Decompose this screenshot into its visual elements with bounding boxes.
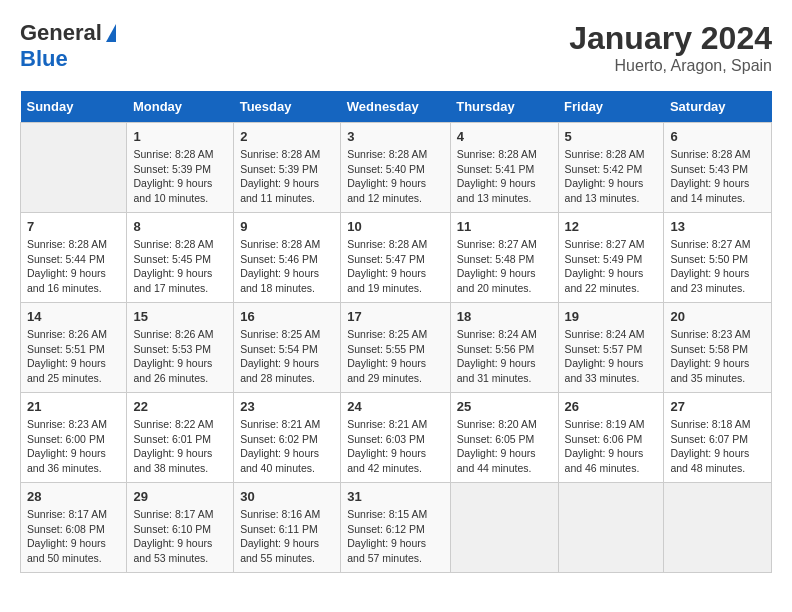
calendar-cell: 18Sunrise: 8:24 AM Sunset: 5:56 PM Dayli… bbox=[450, 303, 558, 393]
calendar-cell: 23Sunrise: 8:21 AM Sunset: 6:02 PM Dayli… bbox=[234, 393, 341, 483]
day-number: 13 bbox=[670, 219, 765, 234]
day-number: 26 bbox=[565, 399, 658, 414]
day-info: Sunrise: 8:16 AM Sunset: 6:11 PM Dayligh… bbox=[240, 507, 334, 566]
day-info: Sunrise: 8:21 AM Sunset: 6:02 PM Dayligh… bbox=[240, 417, 334, 476]
logo-general-text: General bbox=[20, 20, 102, 46]
calendar-cell: 14Sunrise: 8:26 AM Sunset: 5:51 PM Dayli… bbox=[21, 303, 127, 393]
day-info: Sunrise: 8:28 AM Sunset: 5:39 PM Dayligh… bbox=[133, 147, 227, 206]
day-number: 8 bbox=[133, 219, 227, 234]
calendar-cell: 10Sunrise: 8:28 AM Sunset: 5:47 PM Dayli… bbox=[341, 213, 450, 303]
day-info: Sunrise: 8:24 AM Sunset: 5:57 PM Dayligh… bbox=[565, 327, 658, 386]
calendar-cell: 15Sunrise: 8:26 AM Sunset: 5:53 PM Dayli… bbox=[127, 303, 234, 393]
weekday-header-wednesday: Wednesday bbox=[341, 91, 450, 123]
calendar-cell: 30Sunrise: 8:16 AM Sunset: 6:11 PM Dayli… bbox=[234, 483, 341, 573]
weekday-header-sunday: Sunday bbox=[21, 91, 127, 123]
calendar-title: January 2024 bbox=[569, 20, 772, 57]
day-number: 14 bbox=[27, 309, 120, 324]
calendar-subtitle: Huerto, Aragon, Spain bbox=[569, 57, 772, 75]
weekday-header-saturday: Saturday bbox=[664, 91, 772, 123]
calendar-cell: 21Sunrise: 8:23 AM Sunset: 6:00 PM Dayli… bbox=[21, 393, 127, 483]
day-info: Sunrise: 8:25 AM Sunset: 5:55 PM Dayligh… bbox=[347, 327, 443, 386]
day-number: 18 bbox=[457, 309, 552, 324]
calendar-cell: 24Sunrise: 8:21 AM Sunset: 6:03 PM Dayli… bbox=[341, 393, 450, 483]
calendar-cell: 16Sunrise: 8:25 AM Sunset: 5:54 PM Dayli… bbox=[234, 303, 341, 393]
day-info: Sunrise: 8:17 AM Sunset: 6:10 PM Dayligh… bbox=[133, 507, 227, 566]
day-info: Sunrise: 8:25 AM Sunset: 5:54 PM Dayligh… bbox=[240, 327, 334, 386]
calendar-cell bbox=[21, 123, 127, 213]
calendar-cell: 25Sunrise: 8:20 AM Sunset: 6:05 PM Dayli… bbox=[450, 393, 558, 483]
calendar-week-row: 1Sunrise: 8:28 AM Sunset: 5:39 PM Daylig… bbox=[21, 123, 772, 213]
calendar-cell: 22Sunrise: 8:22 AM Sunset: 6:01 PM Dayli… bbox=[127, 393, 234, 483]
calendar-cell: 8Sunrise: 8:28 AM Sunset: 5:45 PM Daylig… bbox=[127, 213, 234, 303]
day-number: 2 bbox=[240, 129, 334, 144]
day-number: 16 bbox=[240, 309, 334, 324]
day-info: Sunrise: 8:28 AM Sunset: 5:45 PM Dayligh… bbox=[133, 237, 227, 296]
day-number: 3 bbox=[347, 129, 443, 144]
calendar-cell: 29Sunrise: 8:17 AM Sunset: 6:10 PM Dayli… bbox=[127, 483, 234, 573]
day-info: Sunrise: 8:28 AM Sunset: 5:46 PM Dayligh… bbox=[240, 237, 334, 296]
day-info: Sunrise: 8:18 AM Sunset: 6:07 PM Dayligh… bbox=[670, 417, 765, 476]
calendar-table: SundayMondayTuesdayWednesdayThursdayFrid… bbox=[20, 91, 772, 573]
day-number: 30 bbox=[240, 489, 334, 504]
calendar-cell: 26Sunrise: 8:19 AM Sunset: 6:06 PM Dayli… bbox=[558, 393, 664, 483]
logo: General Blue bbox=[20, 20, 116, 72]
calendar-cell bbox=[450, 483, 558, 573]
day-number: 29 bbox=[133, 489, 227, 504]
page-header: General Blue January 2024 Huerto, Aragon… bbox=[20, 20, 772, 75]
day-info: Sunrise: 8:17 AM Sunset: 6:08 PM Dayligh… bbox=[27, 507, 120, 566]
day-info: Sunrise: 8:28 AM Sunset: 5:39 PM Dayligh… bbox=[240, 147, 334, 206]
day-number: 20 bbox=[670, 309, 765, 324]
calendar-cell: 9Sunrise: 8:28 AM Sunset: 5:46 PM Daylig… bbox=[234, 213, 341, 303]
day-info: Sunrise: 8:28 AM Sunset: 5:43 PM Dayligh… bbox=[670, 147, 765, 206]
calendar-cell: 11Sunrise: 8:27 AM Sunset: 5:48 PM Dayli… bbox=[450, 213, 558, 303]
calendar-body: 1Sunrise: 8:28 AM Sunset: 5:39 PM Daylig… bbox=[21, 123, 772, 573]
day-info: Sunrise: 8:28 AM Sunset: 5:40 PM Dayligh… bbox=[347, 147, 443, 206]
weekday-header-tuesday: Tuesday bbox=[234, 91, 341, 123]
day-number: 22 bbox=[133, 399, 227, 414]
calendar-cell: 28Sunrise: 8:17 AM Sunset: 6:08 PM Dayli… bbox=[21, 483, 127, 573]
logo-triangle-icon bbox=[106, 24, 116, 42]
day-number: 19 bbox=[565, 309, 658, 324]
title-block: January 2024 Huerto, Aragon, Spain bbox=[569, 20, 772, 75]
calendar-cell: 2Sunrise: 8:28 AM Sunset: 5:39 PM Daylig… bbox=[234, 123, 341, 213]
day-number: 15 bbox=[133, 309, 227, 324]
day-number: 17 bbox=[347, 309, 443, 324]
day-number: 12 bbox=[565, 219, 658, 234]
day-info: Sunrise: 8:21 AM Sunset: 6:03 PM Dayligh… bbox=[347, 417, 443, 476]
calendar-cell: 27Sunrise: 8:18 AM Sunset: 6:07 PM Dayli… bbox=[664, 393, 772, 483]
day-info: Sunrise: 8:26 AM Sunset: 5:53 PM Dayligh… bbox=[133, 327, 227, 386]
calendar-week-row: 7Sunrise: 8:28 AM Sunset: 5:44 PM Daylig… bbox=[21, 213, 772, 303]
day-info: Sunrise: 8:23 AM Sunset: 5:58 PM Dayligh… bbox=[670, 327, 765, 386]
calendar-cell: 17Sunrise: 8:25 AM Sunset: 5:55 PM Dayli… bbox=[341, 303, 450, 393]
day-number: 9 bbox=[240, 219, 334, 234]
weekday-header-friday: Friday bbox=[558, 91, 664, 123]
calendar-cell: 20Sunrise: 8:23 AM Sunset: 5:58 PM Dayli… bbox=[664, 303, 772, 393]
day-info: Sunrise: 8:28 AM Sunset: 5:41 PM Dayligh… bbox=[457, 147, 552, 206]
calendar-cell: 5Sunrise: 8:28 AM Sunset: 5:42 PM Daylig… bbox=[558, 123, 664, 213]
calendar-cell bbox=[558, 483, 664, 573]
day-number: 27 bbox=[670, 399, 765, 414]
calendar-cell: 7Sunrise: 8:28 AM Sunset: 5:44 PM Daylig… bbox=[21, 213, 127, 303]
day-info: Sunrise: 8:27 AM Sunset: 5:49 PM Dayligh… bbox=[565, 237, 658, 296]
day-number: 7 bbox=[27, 219, 120, 234]
weekday-header-monday: Monday bbox=[127, 91, 234, 123]
calendar-cell: 19Sunrise: 8:24 AM Sunset: 5:57 PM Dayli… bbox=[558, 303, 664, 393]
day-number: 31 bbox=[347, 489, 443, 504]
day-info: Sunrise: 8:26 AM Sunset: 5:51 PM Dayligh… bbox=[27, 327, 120, 386]
day-info: Sunrise: 8:27 AM Sunset: 5:50 PM Dayligh… bbox=[670, 237, 765, 296]
calendar-cell: 3Sunrise: 8:28 AM Sunset: 5:40 PM Daylig… bbox=[341, 123, 450, 213]
day-info: Sunrise: 8:28 AM Sunset: 5:44 PM Dayligh… bbox=[27, 237, 120, 296]
calendar-cell: 12Sunrise: 8:27 AM Sunset: 5:49 PM Dayli… bbox=[558, 213, 664, 303]
day-info: Sunrise: 8:20 AM Sunset: 6:05 PM Dayligh… bbox=[457, 417, 552, 476]
calendar-week-row: 14Sunrise: 8:26 AM Sunset: 5:51 PM Dayli… bbox=[21, 303, 772, 393]
day-number: 1 bbox=[133, 129, 227, 144]
weekday-header-thursday: Thursday bbox=[450, 91, 558, 123]
day-info: Sunrise: 8:15 AM Sunset: 6:12 PM Dayligh… bbox=[347, 507, 443, 566]
weekday-row: SundayMondayTuesdayWednesdayThursdayFrid… bbox=[21, 91, 772, 123]
logo-blue-text: Blue bbox=[20, 46, 68, 72]
day-number: 6 bbox=[670, 129, 765, 144]
day-info: Sunrise: 8:22 AM Sunset: 6:01 PM Dayligh… bbox=[133, 417, 227, 476]
day-number: 25 bbox=[457, 399, 552, 414]
day-number: 24 bbox=[347, 399, 443, 414]
day-info: Sunrise: 8:19 AM Sunset: 6:06 PM Dayligh… bbox=[565, 417, 658, 476]
